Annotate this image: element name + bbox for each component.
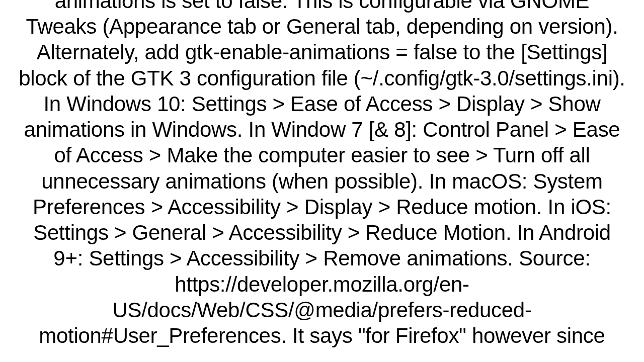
document-body-text: animations is set to false. This is conf…	[10, 0, 634, 348]
